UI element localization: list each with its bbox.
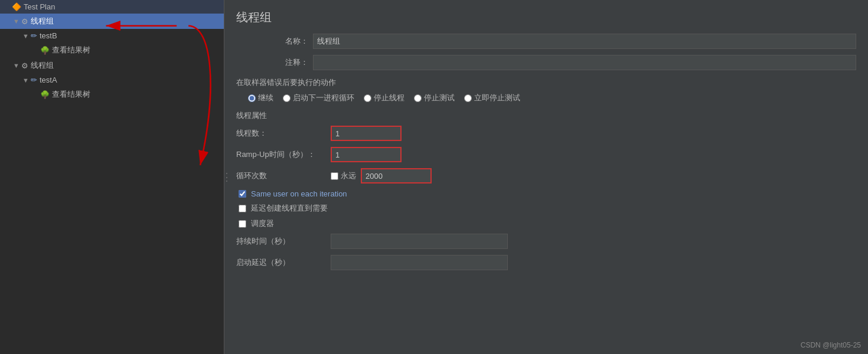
comment-input[interactable] <box>313 55 856 70</box>
toggle-thread-group-1[interactable]: ▼ <box>13 18 20 25</box>
toggle-testA[interactable]: ▼ <box>22 77 30 84</box>
scheduler-checkbox[interactable] <box>239 220 246 228</box>
ramp-up-input[interactable] <box>331 147 402 162</box>
radio-stop-thread[interactable]: 停止线程 <box>364 93 404 103</box>
radio-next-loop-label: 启动下一进程循环 <box>293 93 354 103</box>
thread-props-label: 线程属性 <box>236 110 856 121</box>
icon-tree: 🌳 <box>40 46 50 55</box>
loop-count-row: 循环次数 永远 <box>236 168 856 183</box>
ramp-up-row: Ramp-Up时间（秒）： <box>236 147 856 162</box>
same-user-row: Same user on each iteration <box>239 189 856 198</box>
sidebar-label-testA: testA <box>40 76 57 84</box>
radio-continue-label: 继续 <box>258 93 273 103</box>
sidebar-item-testA[interactable]: ▼ ✏ testA <box>0 73 224 87</box>
sidebar-label-thread-group-2: 线程组 <box>31 60 54 71</box>
sidebar-item-result-tree-1[interactable]: 🌳 查看结果树 <box>0 42 224 58</box>
radio-continue[interactable]: 继续 <box>248 93 273 103</box>
icon-pen: ✏ <box>31 76 37 84</box>
ramp-up-label: Ramp-Up时间（秒）： <box>236 149 331 160</box>
loop-forever-container: 永远 <box>331 171 356 181</box>
loop-count-input[interactable] <box>361 168 432 183</box>
radio-next-loop[interactable]: 启动下一进程循环 <box>283 93 354 103</box>
radio-stop-thread-label: 停止线程 <box>374 93 404 103</box>
loop-forever-checkbox[interactable] <box>331 172 338 180</box>
thread-count-row: 线程数： <box>236 126 856 141</box>
error-action-label: 在取样器错误后要执行的动作 <box>236 77 856 88</box>
icon-gear: ⚙ <box>21 61 28 70</box>
panel-title: 线程组 <box>236 9 856 25</box>
sidebar-label-test-plan: Test Plan <box>24 2 55 11</box>
startup-delay-label: 启动延迟（秒） <box>236 257 331 268</box>
sidebar-item-result-tree-2[interactable]: 🌳 查看结果树 <box>0 87 224 102</box>
name-input[interactable] <box>313 34 856 49</box>
thread-count-input[interactable] <box>331 126 402 141</box>
icon-pen: ✏ <box>31 31 37 40</box>
icon-testplan: 🔶 <box>12 2 21 11</box>
error-action-group: 继续 启动下一进程循环 停止线程 停止测试 立即停止测试 <box>248 93 856 103</box>
attribution: CSDN @light05-25 <box>801 341 861 349</box>
delay-create-label: 延迟创建线程直到需要 <box>251 203 328 214</box>
radio-stop-test[interactable]: 停止测试 <box>414 93 455 103</box>
main-panel: 线程组 名称： 注释： 在取样器错误后要执行的动作 继续 启动下一进程循环 停止… <box>224 0 868 354</box>
same-user-label: Same user on each iteration <box>251 189 347 198</box>
icon-gear: ⚙ <box>21 17 28 26</box>
sidebar-item-test-plan[interactable]: 🔶 Test Plan <box>0 0 224 14</box>
radio-stop-test-now-label: 立即停止测试 <box>474 93 520 103</box>
loop-count-label: 循环次数 <box>236 171 331 181</box>
sidebar-item-testB[interactable]: ▼ ✏ testB <box>0 29 224 42</box>
sidebar-item-thread-group-2[interactable]: ▼ ⚙ 线程组 <box>0 58 224 73</box>
sidebar-label-thread-group-1: 线程组 <box>31 16 54 27</box>
sidebar-item-thread-group-1[interactable]: ▼ ⚙ 线程组 <box>0 14 224 29</box>
duration-row: 持续时间（秒） <box>236 234 856 249</box>
sidebar: 🔶 Test Plan ▼ ⚙ 线程组 ▼ ✏ testB 🌳 查看结果树 ▼ … <box>0 0 224 354</box>
comment-label: 注释： <box>236 57 313 68</box>
panel-resize-handle[interactable]: ⋮ <box>221 172 231 182</box>
sidebar-label-result-tree-1: 查看结果树 <box>52 45 90 55</box>
sidebar-label-result-tree-2: 查看结果树 <box>52 89 90 100</box>
same-user-checkbox[interactable] <box>239 190 246 198</box>
startup-delay-input[interactable] <box>331 255 508 270</box>
toggle-testB[interactable]: ▼ <box>22 32 30 40</box>
duration-label: 持续时间（秒） <box>236 236 331 247</box>
name-row: 名称： <box>236 34 856 49</box>
sidebar-label-testB: testB <box>40 31 57 40</box>
radio-stop-test-label: 停止测试 <box>424 93 455 103</box>
radio-stop-test-now[interactable]: 立即停止测试 <box>464 93 520 103</box>
thread-count-label: 线程数： <box>236 128 331 139</box>
toggle-thread-group-2[interactable]: ▼ <box>13 62 20 69</box>
name-label: 名称： <box>236 36 313 47</box>
delay-create-row: 延迟创建线程直到需要 <box>239 203 856 214</box>
delay-create-checkbox[interactable] <box>239 205 246 212</box>
duration-input[interactable] <box>331 234 508 249</box>
comment-row: 注释： <box>236 55 856 70</box>
scheduler-label: 调度器 <box>251 218 274 229</box>
loop-forever-label: 永远 <box>341 171 356 181</box>
startup-delay-row: 启动延迟（秒） <box>236 255 856 270</box>
icon-tree: 🌳 <box>40 90 50 99</box>
scheduler-row: 调度器 <box>239 218 856 229</box>
